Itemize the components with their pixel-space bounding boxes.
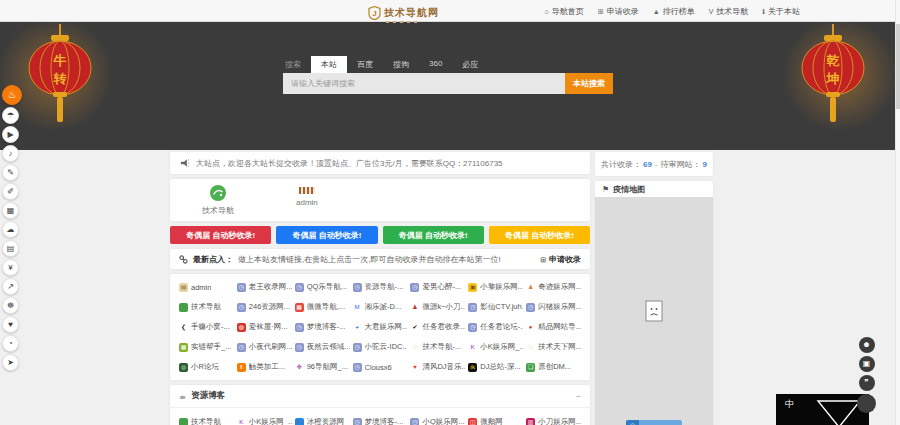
dock-button[interactable]: ◔ [2, 335, 19, 352]
site-link[interactable]: ◷ 梦境博客-... [295, 322, 350, 332]
blog-link[interactable]: ◓ 冰橙资源网 [295, 417, 350, 425]
blog-link[interactable]: ▥ 小刀娱乐网... [526, 417, 581, 425]
ad-banner[interactable]: 奇偶届 自动秒收录! [489, 226, 590, 244]
site-link[interactable]: ◷ 爱男心醉-... [410, 282, 465, 292]
float-button[interactable] [857, 394, 876, 413]
site-link[interactable]: ◕ 大君娱乐网... [353, 322, 408, 332]
site-favicon: K [468, 343, 477, 352]
blog-link[interactable]: ◷ 小Q娱乐网... [410, 417, 465, 425]
site-logo[interactable]: J 技术导航网 [368, 2, 439, 23]
search-engine-tab[interactable]: 360 [419, 56, 452, 73]
pinned-site-admin[interactable]: admin [296, 185, 318, 207]
map-mini-button[interactable]: ◎ [626, 420, 682, 425]
site-link[interactable]: ◷ 老王收录网... [237, 282, 292, 292]
site-link-label: 清风DJ音乐... [422, 362, 465, 372]
dock-button[interactable]: ♥ [2, 316, 19, 333]
site-link[interactable]: ▦ 实链帮手_... [179, 342, 234, 352]
dock-button[interactable]: ♨ [2, 85, 22, 105]
dock-button[interactable]: ▦ [2, 202, 19, 219]
top-menu-item[interactable]: ▲ 排行榜单 [653, 6, 695, 17]
site-link[interactable]: ▤ admin [179, 282, 234, 292]
site-link[interactable]: ‖ 触类加工... [237, 362, 292, 372]
site-link[interactable]: ◷ Clousx6 [353, 362, 408, 372]
site-link[interactable]: ▣ 小黎娱乐网... [468, 282, 523, 292]
top-menu-item[interactable]: V 技术导航 [709, 6, 749, 17]
apply-include-button[interactable]: ⊞ 申请收录 [540, 254, 581, 265]
site-link[interactable]: ◷ QQ乐导航... [295, 282, 350, 292]
site-link[interactable]: ◷ 小驼云-IDC... [353, 342, 408, 352]
dock-button[interactable]: ☂ [2, 107, 19, 124]
triangle-icon [815, 399, 863, 425]
top-menu-label: 关于本站 [768, 6, 800, 17]
top-menu-label: 技术导航 [716, 6, 748, 17]
search-engine-tab[interactable]: 搜狗 [383, 56, 419, 73]
site-favicon: ◷ [410, 283, 419, 292]
top-menu-item[interactable]: ⊞ 申请收录 [598, 6, 639, 17]
search-input[interactable] [283, 73, 565, 94]
dock-button[interactable]: ☁ [2, 221, 19, 238]
site-link[interactable]: ◍ 爱袜屋·网... [237, 322, 292, 332]
site-link[interactable]: ▦ 微微导航,... [295, 302, 350, 312]
search-engine-tab[interactable]: 百度 [347, 56, 383, 73]
site-link[interactable]: ik DJ总站-深... [468, 362, 523, 372]
blog-link[interactable]: ◫ 微鹅网 [468, 417, 523, 425]
site-link[interactable]: ◷ 资源导航-... [353, 282, 408, 292]
site-link[interactable]: ♟ 微源k~小刀... [410, 302, 465, 312]
ad-banner[interactable]: 奇偶届 自动秒收录! [383, 226, 484, 244]
ad-banner[interactable]: 奇偶届 自动秒收录! [276, 226, 377, 244]
blog-link-label: 小Q娱乐网... [422, 417, 464, 425]
site-link[interactable]: ◷ 闪猪娱乐网... [526, 302, 581, 312]
search-engine-tab[interactable]: 必应 [452, 56, 488, 73]
ad-widget[interactable]: 中 [776, 394, 869, 425]
site-link[interactable]: 技术导航 [179, 302, 234, 312]
site-link[interactable]: ♟ 奇迹娱乐网... [526, 282, 581, 292]
site-link-label: 技术天下网... [538, 342, 581, 352]
dock-button[interactable]: ↗ [2, 278, 19, 295]
site-link[interactable]: ♥ 清风DJ音乐... [410, 362, 465, 372]
blog-link[interactable]: K 小K娱乐网_... [237, 417, 292, 425]
site-favicon: ▦ [179, 343, 188, 352]
dock-button[interactable]: ✎ [2, 164, 19, 181]
site-link[interactable]: ◷ 夜然云领域... [295, 342, 350, 352]
site-link[interactable]: K 小K娱乐网_... [468, 342, 523, 352]
site-link[interactable]: ❮ 手赚小窝-... [179, 322, 234, 332]
site-link[interactable]: ◍ 小R论坛 [179, 362, 234, 372]
dock-button[interactable]: ✐ [2, 183, 19, 200]
site-link-label: admin [191, 283, 211, 292]
dock-button[interactable]: ♪ [2, 145, 19, 162]
site-link[interactable]: ◷ 246资源网... [237, 302, 292, 312]
site-link[interactable]: ✤ 96导航网_... [295, 362, 350, 372]
float-button[interactable]: ❞ [859, 375, 875, 391]
dock-button[interactable]: ¥ [2, 259, 19, 276]
dock-button[interactable]: ▤ [2, 240, 19, 257]
dock-button[interactable]: ➤ [2, 354, 19, 371]
site-favicon [179, 303, 188, 312]
float-button[interactable]: ☻ [859, 337, 875, 353]
site-link[interactable]: ● 精品网站导... [526, 322, 581, 332]
search-engine-tab[interactable]: 本站 [311, 56, 347, 73]
site-link[interactable]: ✔ 任务君收录... [410, 322, 465, 332]
site-link[interactable]: ◷ 任务君论坛-... [468, 322, 523, 332]
site-link[interactable]: ◷ 小夜代刷网... [237, 342, 292, 352]
scrollbar-thumb[interactable] [896, 24, 900, 109]
site-link[interactable]: ♡ 技术天下网... [526, 342, 581, 352]
top-menu-item[interactable]: ⌂ 导航首页 [545, 6, 584, 17]
float-button[interactable]: ▣ [859, 356, 875, 372]
site-link-label: 夜然云领域... [307, 342, 350, 352]
dock-button[interactable]: ▶ [2, 126, 19, 143]
site-link-label: 任务君收录... [422, 322, 465, 332]
dock-button[interactable]: ☸ [2, 297, 19, 314]
site-search-button[interactable]: 本站搜索 [565, 73, 613, 94]
top-menu: ⌂ 导航首页 ⊞ 申请收录 ▲ 排行榜单 V 技术导航 [545, 0, 800, 22]
blog-link[interactable]: 技术导航 [179, 417, 234, 425]
scrollbar[interactable] [895, 0, 900, 425]
ad-banner[interactable]: 奇偶届 自动秒收录! [170, 226, 271, 244]
site-link[interactable]: M 湘乐派-D... [353, 302, 408, 312]
site-link[interactable]: ❏ 原创DM... [526, 362, 581, 372]
pinned-site-tech-nav[interactable]: 技术导航 [202, 185, 234, 216]
site-link[interactable]: ♡ 技术导航-... [410, 342, 465, 352]
collapse-button[interactable]: − [576, 391, 581, 401]
site-link[interactable]: ◷ 影仙CTV.juh... [468, 302, 523, 312]
top-menu-item[interactable]: ℹ 关于本站 [762, 6, 800, 17]
blog-link[interactable]: ◷ 梦境博客-... [353, 417, 408, 425]
